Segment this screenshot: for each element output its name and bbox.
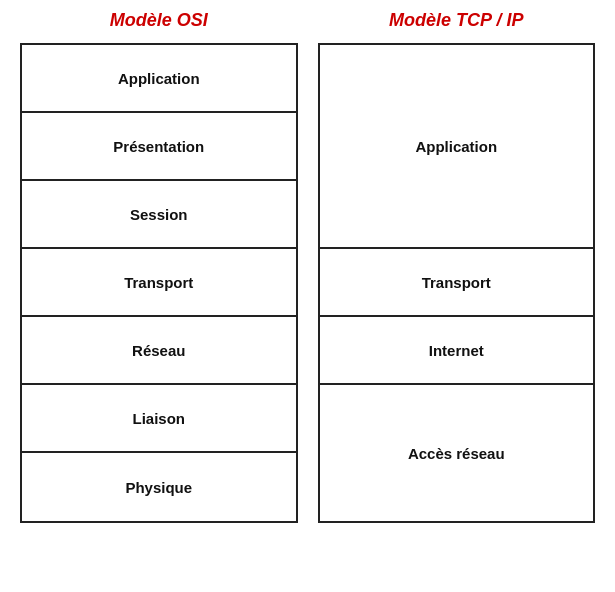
osi-layers-container: Application Présentation Session Transpo… <box>20 43 298 523</box>
osi-layer-application: Application <box>22 45 296 113</box>
tcpip-layer-internet: Internet <box>320 317 594 385</box>
osi-layer-transport: Transport <box>22 249 296 317</box>
osi-layer-session: Session <box>22 181 296 249</box>
osi-title: Modèle OSI <box>110 10 208 31</box>
tcpip-title: Modèle TCP / IP <box>389 10 523 31</box>
osi-layer-presentation: Présentation <box>22 113 296 181</box>
osi-layer-physique: Physique <box>22 453 296 521</box>
tcpip-layer-application: Application <box>320 45 594 249</box>
main-container: Modèle OSI Application Présentation Sess… <box>20 10 595 523</box>
osi-layer-reseau: Réseau <box>22 317 296 385</box>
tcpip-layer-transport: Transport <box>320 249 594 317</box>
osi-column: Modèle OSI Application Présentation Sess… <box>20 10 298 523</box>
tcpip-layer-access: Accès réseau <box>320 385 594 521</box>
tcpip-layers-container: Application Transport Internet Accès rés… <box>318 43 596 523</box>
tcpip-column: Modèle TCP / IP Application Transport In… <box>318 10 596 523</box>
osi-layer-liaison: Liaison <box>22 385 296 453</box>
